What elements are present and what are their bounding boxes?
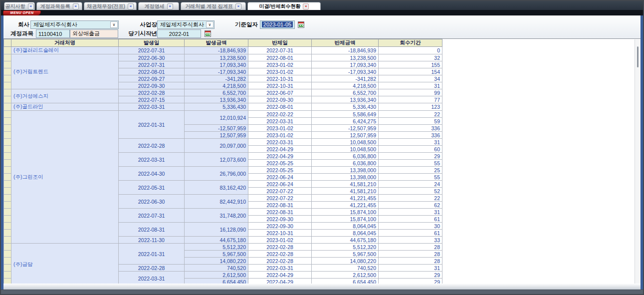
tab-4[interactable]: 계정명세×: [138, 2, 179, 10]
tab-2[interactable]: 계정과목등록×: [36, 2, 82, 10]
row-selector[interactable]: [4, 279, 11, 284]
repay-date-cell[interactable]: 2022-07-22: [248, 195, 312, 202]
occur-amount-cell[interactable]: 17,093,340: [185, 61, 248, 68]
row-selector[interactable]: [4, 47, 11, 54]
collect-period-cell[interactable]: 61: [379, 230, 442, 237]
collect-period-cell[interactable]: 31: [379, 265, 442, 272]
row-selector[interactable]: [4, 118, 11, 125]
repay-amount-cell[interactable]: 13,238,500: [312, 54, 379, 61]
occur-amount-cell[interactable]: 5,512,320: [185, 244, 248, 251]
collect-period-cell[interactable]: 52: [379, 188, 442, 195]
row-selector[interactable]: [4, 75, 11, 82]
scrollbar-thumb[interactable]: [637, 46, 639, 67]
occur-amount-cell[interactable]: -12,507,959: [185, 125, 248, 132]
collect-period-cell[interactable]: 30: [379, 223, 442, 230]
occur-date-cell[interactable]: 2022-06-30: [119, 195, 185, 209]
account-code-input[interactable]: [36, 29, 70, 38]
collect-period-cell[interactable]: 29: [379, 153, 442, 160]
collect-period-cell[interactable]: 29: [379, 272, 442, 279]
occur-amount-cell[interactable]: 13,238,500: [185, 54, 248, 61]
repay-date-cell[interactable]: 2023-01-02: [248, 132, 312, 139]
collect-period-cell[interactable]: 28: [379, 258, 442, 265]
collect-period-cell[interactable]: 59: [379, 118, 442, 125]
vertical-scrollbar[interactable]: [635, 39, 641, 284]
occur-date-cell[interactable]: 2022-09-27: [119, 75, 185, 82]
tab-6[interactable]: 미결/반제회수현황×: [247, 2, 321, 10]
repay-amount-cell[interactable]: 15,874,100: [312, 216, 379, 223]
row-selector[interactable]: [4, 202, 11, 209]
repay-date-cell[interactable]: 2022-02-22: [248, 111, 312, 118]
repay-date-cell[interactable]: 2022-08-01: [248, 54, 312, 61]
occur-amount-cell[interactable]: 13,936,340: [185, 96, 248, 103]
repay-amount-cell[interactable]: 5,586,649: [312, 111, 379, 118]
collect-period-cell[interactable]: 33: [379, 237, 442, 244]
occur-amount-cell[interactable]: -18,846,939: [185, 47, 248, 54]
occur-date-cell[interactable]: 2022-02-28: [119, 265, 185, 272]
repay-amount-cell[interactable]: 13,936,340: [312, 96, 379, 103]
row-selector[interactable]: [4, 237, 11, 244]
calendar-icon[interactable]: [205, 30, 211, 37]
occur-date-cell[interactable]: 2022-06-30: [119, 54, 185, 61]
occur-date-cell[interactable]: 2022-05-31: [119, 181, 185, 195]
row-selector[interactable]: [4, 195, 11, 202]
row-selector[interactable]: [4, 174, 11, 181]
customer-name-cell[interactable]: (주)갤러리드슬레이: [11, 47, 119, 54]
repay-date-cell[interactable]: 2022-05-25: [248, 160, 312, 167]
occur-date-cell[interactable]: 2022-09-30: [119, 82, 185, 89]
occur-date-cell[interactable]: 2022-08-01: [119, 68, 185, 75]
repay-date-cell[interactable]: 2022-07-22: [248, 188, 312, 195]
repay-date-cell[interactable]: 2023-01-02: [248, 237, 312, 244]
repay-amount-cell[interactable]: 6,654,450: [312, 279, 379, 284]
repay-date-cell[interactable]: 2022-04-29: [248, 279, 312, 284]
close-icon[interactable]: ×: [167, 3, 173, 9]
collect-period-cell[interactable]: 28: [379, 244, 442, 251]
repay-amount-cell[interactable]: 10,048,500: [312, 139, 379, 146]
repay-date-cell[interactable]: 2022-02-28: [248, 258, 312, 265]
repay-amount-cell[interactable]: 41,221,455: [312, 202, 379, 209]
repay-amount-cell[interactable]: 17,093,340: [312, 61, 379, 68]
repay-date-cell[interactable]: 2022-06-24: [248, 174, 312, 181]
occur-amount-cell[interactable]: 83,162,420: [185, 181, 248, 195]
occur-date-cell[interactable]: 2022-02-28: [119, 89, 185, 96]
row-selector[interactable]: [4, 153, 11, 160]
occur-date-cell[interactable]: 2022-07-31: [119, 47, 185, 54]
repay-date-cell[interactable]: 2022-02-28: [248, 244, 312, 251]
repay-amount-cell[interactable]: 6,036,800: [312, 160, 379, 167]
tab-3[interactable]: 채권채무장(전표)×: [84, 2, 137, 10]
repay-amount-cell[interactable]: 740,520: [312, 265, 379, 272]
collect-period-cell[interactable]: 22: [379, 195, 442, 202]
tab-1[interactable]: 공지사항×: [4, 2, 35, 10]
occur-amount-cell[interactable]: 82,442,910: [185, 195, 248, 209]
occur-date-cell[interactable]: 2022-11-30: [119, 237, 185, 244]
occur-amount-cell[interactable]: 5,967,500: [185, 251, 248, 258]
dropdown-arrow-icon[interactable]: ∨: [110, 21, 118, 28]
row-selector[interactable]: [4, 223, 11, 230]
occur-date-cell[interactable]: 2022-03-31: [119, 103, 185, 111]
repay-date-cell[interactable]: 2023-01-02: [248, 68, 312, 75]
repay-amount-cell[interactable]: 8,064,045: [312, 230, 379, 237]
repay-amount-cell[interactable]: 5,967,500: [312, 251, 379, 258]
collect-period-cell[interactable]: 55: [379, 160, 442, 167]
account-name-input[interactable]: [70, 29, 118, 38]
row-selector[interactable]: [4, 111, 11, 118]
row-selector[interactable]: [4, 251, 11, 258]
repay-amount-cell[interactable]: 5,512,320: [312, 244, 379, 251]
repay-amount-cell[interactable]: 41,581,210: [312, 181, 379, 188]
repay-date-cell[interactable]: 2022-04-29: [248, 146, 312, 153]
repay-amount-cell[interactable]: 44,675,180: [312, 237, 379, 244]
row-selector[interactable]: [4, 125, 11, 132]
collect-period-cell[interactable]: 123: [379, 103, 442, 111]
collect-period-cell[interactable]: 31: [379, 139, 442, 146]
collect-period-cell[interactable]: 154: [379, 68, 442, 75]
menu-open-button[interactable]: MENU OPEN: [3, 10, 41, 15]
collect-period-cell[interactable]: 28: [379, 251, 442, 258]
close-icon[interactable]: ×: [235, 3, 241, 9]
repay-date-cell[interactable]: 2022-04-29: [248, 272, 312, 279]
calendar-icon[interactable]: [298, 21, 304, 28]
repay-date-cell[interactable]: 2023-01-02: [248, 125, 312, 132]
occur-amount-cell[interactable]: -341,282: [185, 75, 248, 82]
collect-period-cell[interactable]: 155: [379, 61, 442, 68]
repay-date-cell[interactable]: 2022-06-24: [248, 181, 312, 188]
repay-amount-cell[interactable]: -341,282: [312, 75, 379, 82]
repay-amount-cell[interactable]: 41,221,455: [312, 195, 379, 202]
